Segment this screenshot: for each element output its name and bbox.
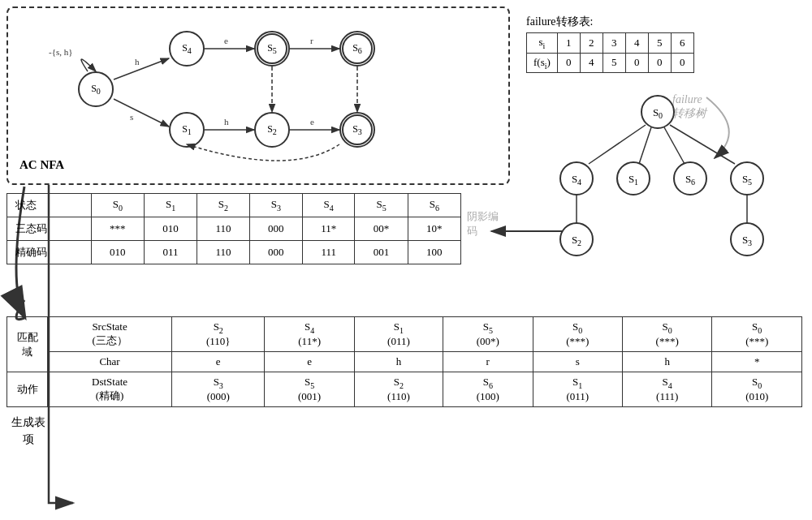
mid-table: 状态 S0 S1 S2 S3 S4 S5 S6 三态码 *** 010 110 … <box>6 193 461 264</box>
mid-exact-s2: 110 <box>197 241 249 264</box>
failure-table: si 1 2 3 4 5 6 f(si) 0 4 5 0 0 0 <box>526 32 694 73</box>
bottom-section: 匹配域 SrcState(三态） S2(110} S4(11*) S1(011)… <box>6 316 802 407</box>
mid-ternary-s2: 110 <box>197 217 249 241</box>
failure-table-header-si: si <box>527 33 558 54</box>
dststate-s0: S0(010) <box>712 372 802 407</box>
srcstate-s4: S4(11*) <box>265 317 354 352</box>
mid-table-ternary-label: 三态码 <box>7 217 92 241</box>
mid-ternary-s6: 10* <box>408 217 460 241</box>
svg-text:e: e <box>310 117 314 127</box>
match-domain-label: 匹配域 <box>7 317 48 372</box>
dststate-s3: S3(000) <box>172 372 265 407</box>
svg-line-37 <box>670 125 735 164</box>
failure-table-fsi-label: f(si) <box>527 53 558 73</box>
dststate-s6: S6(100) <box>443 372 533 407</box>
srcstate-s2: S2(110} <box>172 317 265 352</box>
dststate-s2: S2(110) <box>354 372 443 407</box>
svg-line-34 <box>589 125 646 164</box>
mid-exact-s4: 111 <box>302 241 354 264</box>
char-h1: h <box>354 352 443 372</box>
failure-table-col-3: 3 <box>603 33 625 54</box>
nfa-diagram: S0 S4 S5 S6 S1 S2 S3 AC NFA -{s, h} <box>6 6 510 185</box>
action-label: 动作 <box>7 372 48 407</box>
svg-line-35 <box>639 127 651 164</box>
mid-table-container: 状态 S0 S1 S2 S3 S4 S5 S6 三态码 *** 010 110 … <box>6 193 461 264</box>
mid-ternary-s3: 000 <box>249 217 302 241</box>
mid-table-s0: S0 <box>91 194 144 217</box>
srcstate-s1: S1(011) <box>354 317 443 352</box>
mid-table-s4: S4 <box>302 194 354 217</box>
char-e2: e <box>265 352 354 372</box>
svg-text:h: h <box>224 117 229 127</box>
mid-ternary-s5: 00* <box>355 217 408 241</box>
mid-table-s6: S6 <box>408 194 460 217</box>
svg-text:s: s <box>130 112 133 122</box>
char-s: s <box>533 352 622 372</box>
mid-exact-s5: 001 <box>355 241 408 264</box>
failure-table-title: failure转移表: <box>526 15 786 29</box>
mid-table-s5: S5 <box>355 194 408 217</box>
generate-table-label: 生成表项 <box>11 414 45 448</box>
svg-line-11 <box>114 99 169 127</box>
char-star: * <box>712 352 802 372</box>
char-h2: h <box>622 352 711 372</box>
dststate-s5: S5(001) <box>265 372 354 407</box>
mid-table-s3: S3 <box>249 194 302 217</box>
mid-ternary-s0: *** <box>91 217 144 241</box>
char-label: Char <box>48 352 172 372</box>
failure-val-6: 0 <box>671 53 693 73</box>
mid-table-s2: S2 <box>197 194 249 217</box>
failure-val-1: 0 <box>557 53 580 73</box>
dststate-label: DstState(精确) <box>48 372 172 407</box>
svg-text:h: h <box>135 57 140 67</box>
mid-ternary-s1: 010 <box>144 217 197 241</box>
failure-val-3: 5 <box>603 53 625 73</box>
failure-val-5: 0 <box>648 53 671 73</box>
failure-table-col-6: 6 <box>671 33 693 54</box>
mid-exact-s0: 010 <box>91 241 144 264</box>
svg-text:r: r <box>310 36 313 45</box>
failure-table-col-4: 4 <box>625 33 648 54</box>
mid-table-s1: S1 <box>144 194 197 217</box>
mid-ternary-s4: 11* <box>302 217 354 241</box>
failure-table-col-5: 5 <box>648 33 671 54</box>
mid-exact-s3: 000 <box>249 241 302 264</box>
dststate-s1: S1(011) <box>533 372 622 407</box>
failure-tree-svg: S0 S4 S1 S6 S5 S2 S3 <box>520 89 796 260</box>
failure-table-col-2: 2 <box>580 33 603 54</box>
svg-line-5 <box>114 58 169 80</box>
mid-exact-s1: 011 <box>144 241 197 264</box>
bottom-table: 匹配域 SrcState(三态） S2(110} S4(11*) S1(011)… <box>6 316 802 407</box>
failure-val-2: 4 <box>580 53 603 73</box>
svg-text:e: e <box>224 36 228 45</box>
failure-table-col-1: 1 <box>557 33 580 54</box>
dststate-s4: S4(111) <box>622 372 711 407</box>
mid-table-exact-label: 精确码 <box>7 241 92 264</box>
failure-val-4: 0 <box>625 53 648 73</box>
srcstate-s0-2: S0(***) <box>622 317 711 352</box>
failure-table-container: failure转移表: si 1 2 3 4 5 6 f(si) 0 4 5 0… <box>526 15 786 73</box>
char-e1: e <box>172 352 265 372</box>
mid-exact-s6: 100 <box>408 241 460 264</box>
srcstate-s0-3: S0(***) <box>712 317 802 352</box>
srcstate-label: SrcState(三态） <box>48 317 172 352</box>
svg-text:-{s, h}: -{s, h} <box>49 47 73 57</box>
srcstate-s5: S5(00*) <box>443 317 533 352</box>
shadow-label: 阴影编码 <box>467 209 499 239</box>
srcstate-s0-1: S0(***) <box>533 317 622 352</box>
char-r: r <box>443 352 533 372</box>
svg-line-36 <box>664 127 685 164</box>
mid-table-state-label: 状态 <box>7 194 92 217</box>
